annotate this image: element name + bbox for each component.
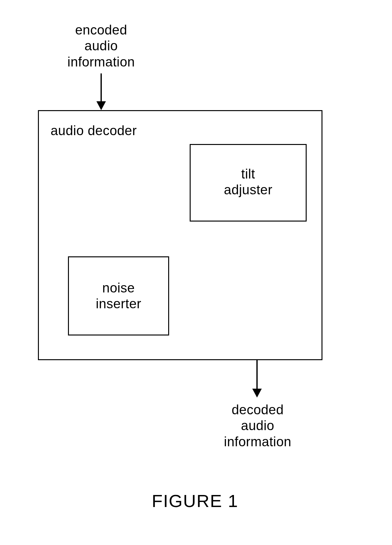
output-label: decoded audio information [218, 402, 297, 450]
arrow-input-head [96, 101, 106, 110]
figure-caption: FIGURE 1 [152, 491, 238, 511]
tilt-adjuster-label: tilt adjuster [190, 166, 307, 198]
input-label: encoded audio information [62, 22, 141, 70]
noise-inserter-label: noise inserter [68, 280, 169, 312]
arrow-input-line [101, 73, 102, 103]
arrow-output-line [256, 360, 258, 391]
arrow-output-head [252, 389, 262, 398]
audio-decoder-label: audio decoder [51, 123, 137, 139]
